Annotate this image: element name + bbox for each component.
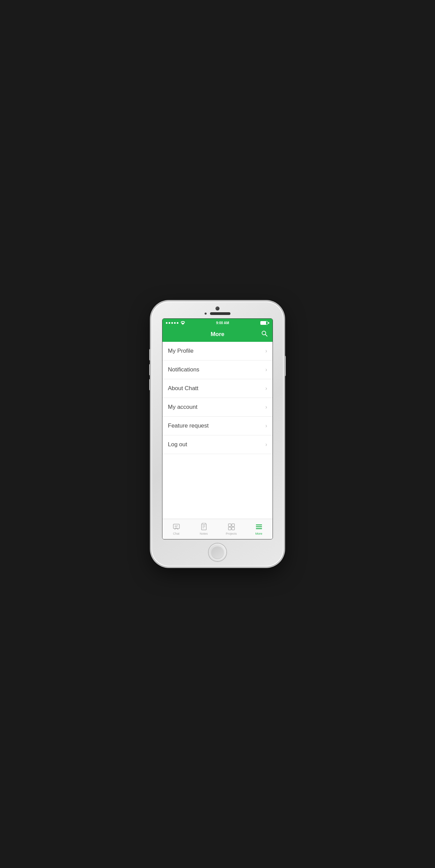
phone-frame: 9:00 AM More M — [151, 301, 284, 567]
tab-label-projects: Projects — [226, 532, 237, 535]
menu-item-my-profile[interactable]: My Profile › — [162, 342, 273, 361]
tab-more[interactable]: More — [245, 523, 273, 535]
battery-area — [260, 321, 269, 325]
wifi-icon — [181, 321, 185, 325]
camera-dot — [216, 307, 219, 310]
speaker-row — [205, 312, 230, 315]
camera-area — [205, 301, 230, 318]
home-button-inner — [211, 546, 224, 559]
svg-rect-13 — [232, 527, 234, 530]
signal-dot-2 — [169, 322, 170, 324]
signal-dot-4 — [174, 322, 176, 324]
search-button[interactable] — [261, 330, 268, 339]
signal-dot-3 — [171, 322, 173, 324]
tab-bar: Chat Notes Projects — [162, 519, 273, 539]
menu-item-label-my-account: My account — [168, 404, 197, 411]
svg-rect-12 — [228, 527, 231, 530]
signal-dot-1 — [166, 322, 168, 324]
tab-label-notes: Notes — [200, 532, 208, 535]
svg-rect-9 — [202, 523, 206, 524]
svg-rect-2 — [173, 524, 179, 529]
earpiece — [210, 312, 230, 315]
status-time: 9:00 AM — [216, 321, 229, 325]
menu-item-my-account[interactable]: My account › — [162, 398, 273, 417]
signal-area — [166, 321, 185, 325]
svg-point-0 — [262, 331, 266, 335]
menu-item-label-notifications: Notifications — [168, 366, 199, 373]
tab-notes[interactable]: Notes — [190, 523, 218, 535]
earpiece-dot — [205, 313, 207, 315]
menu-item-log-out[interactable]: Log out › — [162, 435, 273, 454]
nav-title: More — [211, 331, 225, 338]
chevron-icon-my-account: › — [265, 404, 267, 410]
menu-item-about-chatt[interactable]: About Chatt › — [162, 379, 273, 398]
svg-rect-14 — [256, 524, 262, 525]
menu-item-label-feature-request: Feature request — [168, 422, 209, 429]
menu-item-feature-request[interactable]: Feature request › — [162, 417, 273, 435]
svg-rect-15 — [256, 527, 262, 528]
svg-rect-16 — [256, 528, 262, 529]
signal-dot-5 — [177, 322, 178, 324]
menu-item-label-log-out: Log out — [168, 441, 187, 448]
home-button[interactable] — [209, 544, 226, 561]
tab-chat[interactable]: Chat — [162, 523, 190, 535]
menu-item-label-about-chatt: About Chatt — [168, 385, 198, 392]
screen: 9:00 AM More M — [162, 318, 273, 539]
tab-label-more: More — [255, 532, 262, 535]
tab-label-chat: Chat — [173, 532, 179, 535]
svg-rect-10 — [228, 524, 231, 527]
chevron-icon-log-out: › — [265, 441, 267, 448]
menu-item-notifications[interactable]: Notifications › — [162, 361, 273, 379]
home-button-area — [209, 539, 226, 567]
chevron-icon-feature-request: › — [265, 423, 267, 429]
status-bar: 9:00 AM — [162, 319, 273, 327]
svg-rect-5 — [202, 524, 206, 530]
chevron-icon-my-profile: › — [265, 348, 267, 354]
menu-item-label-my-profile: My Profile — [168, 348, 194, 354]
nav-bar: More — [162, 327, 273, 342]
svg-line-1 — [265, 335, 267, 336]
tab-projects[interactable]: Projects — [218, 523, 245, 535]
svg-rect-11 — [232, 524, 234, 527]
chevron-icon-notifications: › — [265, 367, 267, 373]
chevron-icon-about-chatt: › — [265, 385, 267, 391]
battery-icon — [260, 321, 269, 325]
menu-list: My Profile › Notifications › About Chatt… — [162, 342, 273, 519]
